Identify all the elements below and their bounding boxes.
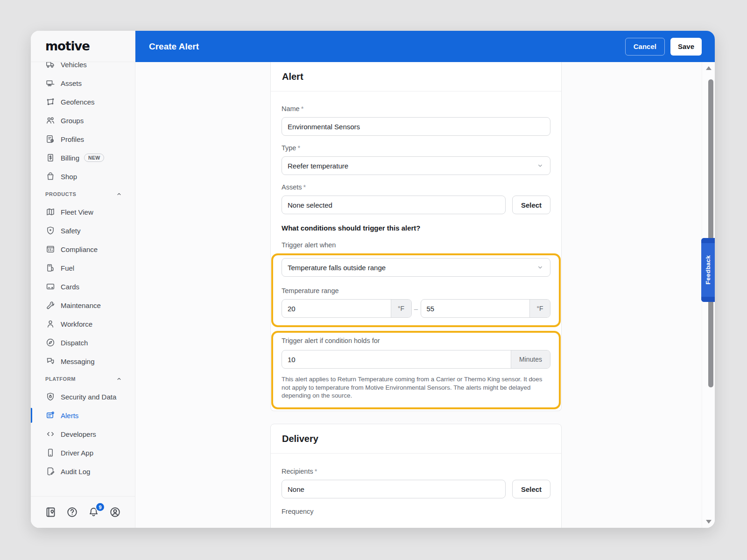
trailer-icon [46, 78, 55, 88]
compliance-icon [46, 245, 55, 254]
frequency-label: Frequency [282, 508, 550, 515]
sidebar-item-label: Assets [61, 79, 82, 87]
holds-for-highlight: Trigger alert if condition holds for Min… [271, 331, 561, 409]
sidebar-item-fuel[interactable]: Fuel [31, 259, 135, 277]
fuel-pump-icon [46, 263, 55, 273]
delivery-card: Delivery Recipients* Select Frequency [270, 424, 562, 528]
recipients-row: Select [282, 480, 550, 498]
scroll-up-arrow-icon[interactable] [706, 66, 712, 70]
new-badge: NEW [84, 154, 104, 162]
temp-max-input[interactable] [421, 300, 530, 317]
sidebar-item-label: Alerts [61, 412, 78, 420]
sidebar-item-developers[interactable]: Developers [31, 425, 135, 443]
sidebar-item-assets[interactable]: Assets [31, 74, 135, 92]
sidebar-item-groups[interactable]: Groups [31, 111, 135, 130]
sidebar-item-label: Driver App [61, 449, 93, 457]
sidebar: VehiclesAssetsGeofencesGroupsProfilesBil… [31, 31, 135, 528]
chat-bubbles-icon [46, 357, 55, 366]
scrollbar-thumb[interactable] [708, 79, 713, 387]
sidebar-item-geofences[interactable]: Geofences [31, 92, 135, 111]
save-button[interactable]: Save [670, 38, 702, 56]
sidebar-item-security-and-data[interactable]: Security and Data [31, 387, 135, 406]
recipients-input[interactable] [282, 480, 506, 498]
trigger-when-select[interactable]: Temperature falls outside range [282, 258, 550, 277]
shield-lock-icon [46, 392, 55, 401]
assets-row: Select [282, 196, 550, 214]
sidebar-item-profiles[interactable]: Profiles [31, 130, 135, 148]
sidebar-item-label: Developers [61, 430, 96, 438]
sidebar-item-maintenance[interactable]: Maintenance [31, 296, 135, 315]
sidebar-item-shop[interactable]: Shop [31, 167, 135, 186]
feedback-tab-label: Feedback [705, 255, 712, 284]
sidebar-item-label: Compliance [61, 245, 98, 253]
phone-icon [46, 448, 55, 457]
sidebar-item-billing[interactable]: BillingNEW [31, 148, 135, 167]
temp-min-input[interactable] [282, 300, 391, 317]
scroll-down-arrow-icon[interactable] [706, 520, 712, 524]
code-icon [46, 429, 55, 439]
sidebar-nav: VehiclesAssetsGeofencesGroupsProfilesBil… [31, 55, 135, 481]
sidebar-item-messaging[interactable]: Messaging [31, 352, 135, 371]
holds-for-input[interactable] [282, 350, 511, 368]
sidebar-item-compliance[interactable]: Compliance [31, 240, 135, 259]
alert-type-value: Reefer temperature [288, 162, 348, 170]
chevron-up-icon [115, 190, 123, 198]
alert-card-body: Name* Type* Reefer temperature Assets* S… [271, 105, 561, 409]
sidebar-item-driver-app[interactable]: Driver App [31, 443, 135, 462]
sidebar-item-safety[interactable]: Safety [31, 221, 135, 240]
wrench-icon [46, 301, 55, 310]
account-icon[interactable] [109, 506, 121, 518]
conditions-question: What conditions should trigger this aler… [282, 224, 550, 232]
shield-icon [46, 226, 55, 235]
assets-select-button[interactable]: Select [512, 196, 550, 214]
person-icon [46, 319, 55, 329]
compass-icon [46, 338, 55, 347]
feedback-tab[interactable]: Feedback [701, 238, 715, 302]
sidebar-footer: 9 [31, 496, 135, 528]
alert-type-select[interactable]: Reefer temperature [282, 156, 550, 175]
shopping-bag-icon [46, 172, 55, 181]
sidebar-item-alerts[interactable]: Alerts [31, 406, 135, 425]
minutes-addon: Minutes [511, 350, 550, 368]
type-label: Type* [282, 144, 550, 152]
trigger-condition-highlight: Temperature falls outside range Temperat… [271, 253, 561, 327]
sidebar-item-fleet-view[interactable]: Fleet View [31, 203, 135, 221]
profiles-icon [46, 134, 55, 144]
map-icon [46, 207, 55, 217]
sidebar-item-label: Cards [61, 283, 79, 291]
help-circle-icon[interactable] [66, 506, 78, 518]
sidebar-section-platform[interactable]: PLATFORM [31, 371, 135, 387]
address-book-icon[interactable] [45, 506, 56, 518]
chevron-up-icon [115, 375, 123, 383]
recipients-select-button[interactable]: Select [512, 480, 550, 498]
sidebar-item-label: Fuel [61, 264, 74, 272]
temp-range-label: Temperature range [282, 287, 550, 294]
delivery-card-title: Delivery [282, 434, 318, 444]
sidebar-item-label: Billing [61, 154, 79, 162]
alert-name-input[interactable] [282, 117, 550, 136]
groups-icon [46, 116, 55, 125]
required-marker: * [301, 105, 304, 112]
bell-icon[interactable]: 9 [88, 506, 99, 518]
alert-card-title: Alert [282, 71, 303, 82]
required-marker: * [297, 144, 300, 152]
motive-logo[interactable]: motive [31, 31, 135, 62]
cancel-button[interactable]: Cancel [625, 38, 665, 56]
main-content: Alert Name* Type* Reefer temperature Ass… [135, 62, 715, 528]
header-actions: Cancel Save [625, 38, 702, 56]
sidebar-section-products[interactable]: PRODUCTS [31, 186, 135, 203]
name-label: Name* [282, 105, 550, 112]
sidebar-item-cards[interactable]: Cards [31, 277, 135, 296]
recipients-label: Recipients* [282, 468, 550, 475]
delivery-card-header: Delivery [271, 424, 561, 454]
app-window: VehiclesAssetsGeofencesGroupsProfilesBil… [31, 31, 715, 528]
sidebar-item-label: Dispatch [61, 339, 88, 347]
temp-min-group: °F [282, 299, 412, 318]
sidebar-item-dispatch[interactable]: Dispatch [31, 333, 135, 352]
sidebar-item-audit-log[interactable]: Audit Log [31, 462, 135, 481]
chevron-down-icon [536, 161, 544, 170]
sidebar-item-label: Workforce [61, 320, 92, 328]
assets-input[interactable] [282, 196, 506, 214]
assets-label: Assets* [282, 183, 550, 191]
sidebar-item-workforce[interactable]: Workforce [31, 315, 135, 333]
